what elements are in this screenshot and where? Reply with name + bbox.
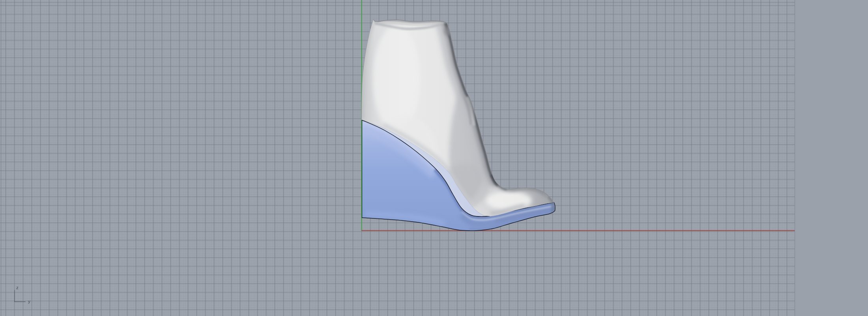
svg-text:y: y [28,299,30,304]
svg-text:z: z [16,285,19,290]
